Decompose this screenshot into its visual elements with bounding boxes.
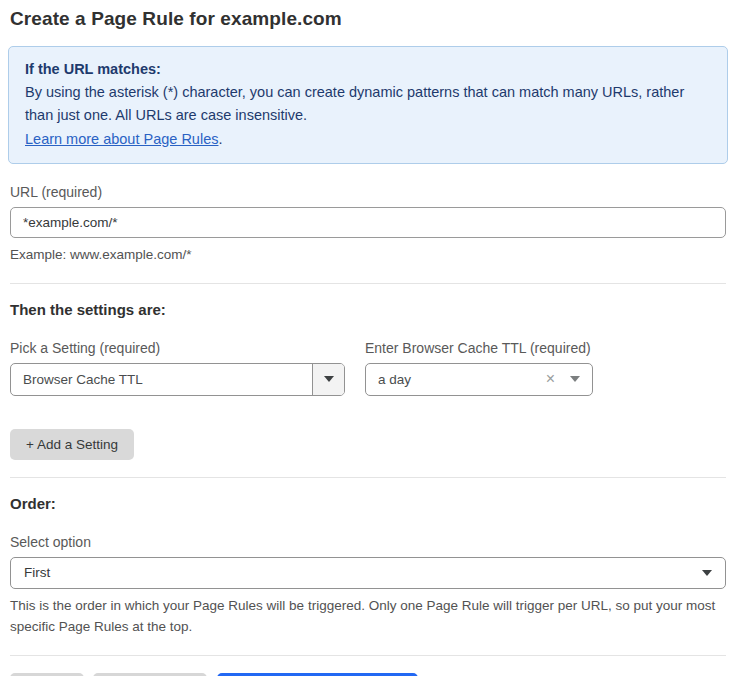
- clear-icon[interactable]: ×: [546, 371, 555, 387]
- order-select-group: Select option First This is the order in…: [10, 534, 726, 638]
- divider: [10, 477, 726, 478]
- actions-row: Cancel Save as Draft Save and Deploy Pag…: [10, 673, 726, 676]
- url-match-info-box: If the URL matches: By using the asteris…: [8, 46, 728, 164]
- save-and-deploy-button[interactable]: Save and Deploy Page Rule: [217, 673, 419, 676]
- ttl-picker-icons: ×: [546, 371, 580, 387]
- save-as-draft-button[interactable]: Save as Draft: [93, 673, 207, 676]
- order-section-heading: Order:: [10, 495, 726, 512]
- settings-row: Pick a Setting (required) Browser Cache …: [10, 340, 726, 396]
- chevron-down-icon: [570, 376, 580, 382]
- divider: [10, 655, 726, 656]
- info-box-link-line: Learn more about Page Rules.: [25, 128, 711, 151]
- add-setting-button[interactable]: + Add a Setting: [10, 429, 134, 460]
- setting-picker-select[interactable]: Browser Cache TTL: [10, 363, 345, 396]
- chevron-down-icon: [702, 570, 712, 576]
- settings-section-heading: Then the settings are:: [10, 301, 726, 318]
- url-input[interactable]: [10, 207, 726, 238]
- ttl-picker-label: Enter Browser Cache TTL (required): [365, 340, 593, 356]
- setting-picker-arrow-button[interactable]: [312, 364, 344, 395]
- cancel-button[interactable]: Cancel: [10, 673, 84, 676]
- info-box-body: By using the asterisk (*) character, you…: [25, 81, 711, 127]
- divider: [10, 283, 726, 284]
- setting-picker-group: Pick a Setting (required) Browser Cache …: [10, 340, 345, 396]
- link-suffix: .: [218, 131, 222, 147]
- setting-picker-label: Pick a Setting (required): [10, 340, 345, 356]
- ttl-picker-group: Enter Browser Cache TTL (required) a day…: [365, 340, 593, 396]
- learn-more-link[interactable]: Learn more about Page Rules: [25, 131, 218, 147]
- url-field-label: URL (required): [10, 184, 726, 200]
- page-title: Create a Page Rule for example.com: [10, 8, 726, 30]
- info-box-body-text: By using the asterisk (*) character, you…: [25, 84, 684, 123]
- chevron-down-icon: [324, 376, 334, 382]
- setting-picker-value: Browser Cache TTL: [11, 364, 312, 395]
- order-select-value: First: [24, 565, 50, 580]
- order-select-label: Select option: [10, 534, 726, 550]
- order-helper-text: This is the order in which your Page Rul…: [10, 596, 726, 638]
- url-field-helper: Example: www.example.com/*: [10, 245, 726, 266]
- order-select[interactable]: First: [10, 557, 726, 589]
- ttl-picker-select[interactable]: a day ×: [365, 363, 593, 396]
- ttl-picker-value: a day: [378, 372, 411, 387]
- info-box-heading: If the URL matches:: [25, 58, 711, 81]
- url-field-group: URL (required) Example: www.example.com/…: [10, 184, 726, 266]
